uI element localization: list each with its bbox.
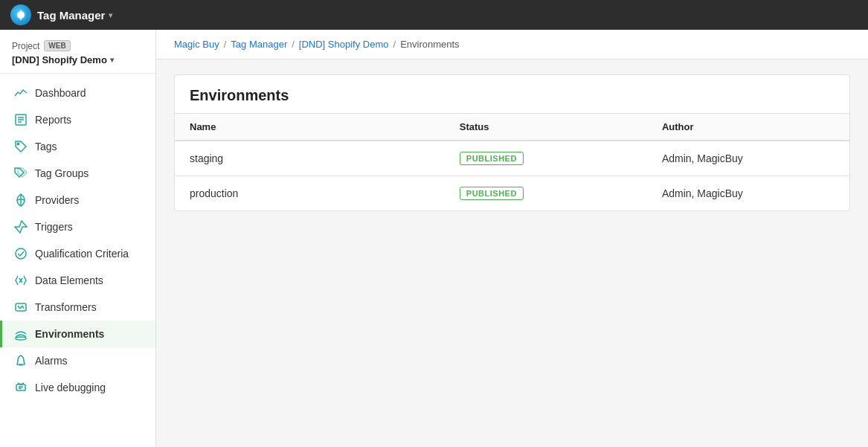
col-header-name: Name (175, 114, 445, 141)
env-status-0: PUBLISHED (445, 141, 647, 176)
sidebar-item-data-elements[interactable]: Data Elements (0, 267, 155, 294)
environments-icon (14, 327, 28, 341)
env-status-1: PUBLISHED (445, 176, 647, 211)
qualification-icon (14, 247, 28, 260)
environments-title: Environments (175, 75, 849, 114)
published-badge-1: PUBLISHED (460, 187, 524, 200)
environments-card: Environments Name Status Author staging … (174, 74, 850, 211)
reports-icon (14, 113, 28, 126)
app-title-caret: ▾ (109, 11, 112, 19)
tags-icon (14, 140, 28, 153)
breadcrumb-tag-manager[interactable]: Tag Manager (231, 39, 287, 50)
sidebar-item-reports[interactable]: Reports (0, 106, 155, 133)
env-author-0: Admin, MagicBuy (647, 141, 849, 176)
main-layout: Project WEB [DND] Shopify Demo ▾ Dashboa… (0, 30, 868, 447)
top-nav: Tag Manager ▾ (0, 0, 868, 30)
project-caret: ▾ (110, 56, 114, 64)
env-author-1: Admin, MagicBuy (647, 176, 849, 211)
tag-groups-icon (14, 167, 28, 180)
sidebar-item-alarms[interactable]: Alarms (0, 347, 155, 374)
sidebar-item-qualification-criteria[interactable]: Qualification Criteria (0, 240, 155, 267)
sidebar-nav: Dashboard Reports (0, 74, 155, 407)
svg-point-0 (16, 10, 26, 20)
table-row: production PUBLISHED Admin, MagicBuy (175, 176, 849, 211)
live-debugging-icon (14, 381, 28, 394)
sidebar-item-transformers[interactable]: Transformers (0, 294, 155, 321)
page-content: Environments Name Status Author staging … (156, 60, 868, 226)
svg-marker-9 (15, 221, 27, 233)
env-name-1: production (175, 176, 445, 211)
alarms-icon (14, 354, 28, 367)
triggers-icon (14, 220, 28, 234)
sidebar-project: Project WEB [DND] Shopify Demo ▾ (0, 30, 155, 74)
breadcrumb-shopify-demo[interactable]: [DND] Shopify Demo (299, 39, 389, 50)
svg-rect-19 (16, 385, 25, 390)
svg-point-10 (16, 248, 26, 259)
providers-icon (14, 193, 28, 207)
col-header-status: Status (445, 114, 647, 141)
breadcrumb: Magic Buy / Tag Manager / [DND] Shopify … (156, 30, 868, 60)
published-badge-0: PUBLISHED (460, 152, 524, 165)
content-area: Magic Buy / Tag Manager / [DND] Shopify … (156, 30, 868, 447)
svg-point-8 (17, 143, 19, 144)
environments-table: Name Status Author staging PUBLISHED Adm… (175, 114, 849, 210)
app-logo (10, 4, 31, 25)
sidebar-item-providers[interactable]: Providers (0, 187, 155, 213)
web-badge: WEB (44, 40, 70, 51)
sidebar: Project WEB [DND] Shopify Demo ▾ Dashboa… (0, 30, 156, 447)
col-header-author: Author (647, 114, 849, 141)
sidebar-item-dashboard[interactable]: Dashboard (0, 80, 155, 106)
sidebar-item-triggers[interactable]: Triggers (0, 213, 155, 240)
breadcrumb-current: Environments (400, 39, 459, 50)
sidebar-item-live-debugging[interactable]: Live debugging (0, 374, 155, 401)
svg-point-1 (19, 13, 23, 17)
sidebar-item-tags[interactable]: Tags (0, 133, 155, 160)
dashboard-icon (14, 86, 28, 100)
project-name[interactable]: [DND] Shopify Demo ▾ (12, 54, 144, 65)
env-name-0: staging (175, 141, 445, 176)
svg-line-16 (22, 306, 24, 309)
sidebar-item-environments[interactable]: Environments (0, 321, 155, 347)
breadcrumb-magic-buy[interactable]: Magic Buy (174, 39, 219, 50)
transformers-icon (14, 300, 28, 314)
project-label: Project WEB (12, 40, 144, 51)
app-title[interactable]: Tag Manager ▾ (37, 9, 112, 22)
data-elements-icon (14, 274, 28, 287)
table-row: staging PUBLISHED Admin, MagicBuy (175, 141, 849, 176)
svg-point-17 (16, 337, 26, 340)
sidebar-item-tag-groups[interactable]: Tag Groups (0, 160, 155, 187)
